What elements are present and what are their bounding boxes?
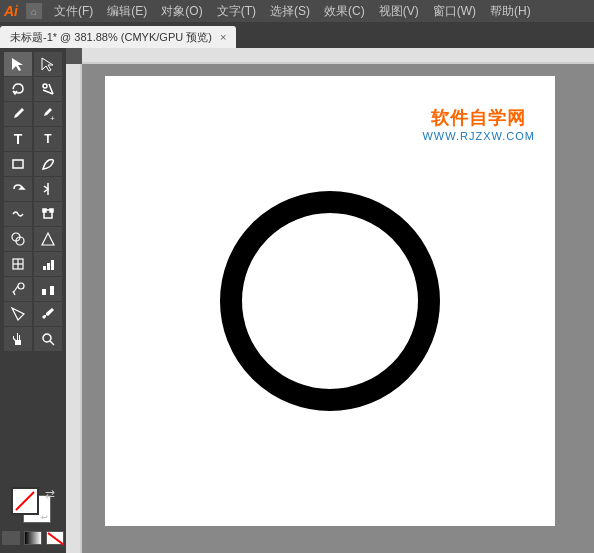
svg-line-25 bbox=[48, 533, 64, 545]
hand-tool[interactable] bbox=[4, 327, 32, 351]
menu-window[interactable]: 窗口(W) bbox=[427, 1, 482, 22]
ruler-horizontal bbox=[82, 48, 594, 64]
menu-file[interactable]: 文件(F) bbox=[48, 1, 99, 22]
color-section: ⇄ ↩ bbox=[2, 487, 64, 549]
column-graph-tool[interactable] bbox=[34, 277, 62, 301]
watermark-url: WWW.RJZXW.COM bbox=[422, 130, 535, 142]
perspective-grid-tool[interactable] bbox=[34, 227, 62, 251]
tab-label: 未标题-1* @ 381.88% (CMYK/GPU 预览) bbox=[10, 30, 212, 45]
svg-line-23 bbox=[50, 341, 54, 345]
svg-rect-8 bbox=[50, 209, 53, 212]
menu-text[interactable]: 文字(T) bbox=[211, 1, 262, 22]
pen-tool[interactable] bbox=[4, 102, 32, 126]
tab-close-button[interactable]: × bbox=[220, 31, 226, 43]
tool-row-2 bbox=[4, 77, 62, 101]
menu-view[interactable]: 视图(V) bbox=[373, 1, 425, 22]
tool-row-11 bbox=[4, 302, 62, 326]
svg-rect-21 bbox=[50, 286, 54, 295]
slice-tool[interactable] bbox=[4, 302, 32, 326]
tool-row-6 bbox=[4, 177, 62, 201]
zoom-tool[interactable] bbox=[34, 327, 62, 351]
canvas-workspace: 软件自学网 WWW.RJZXW.COM bbox=[105, 76, 555, 526]
symbol-sprayer-tool[interactable] bbox=[4, 277, 32, 301]
document-tab[interactable]: 未标题-1* @ 381.88% (CMYK/GPU 预览) × bbox=[0, 26, 236, 48]
pencil-tool[interactable] bbox=[34, 152, 62, 176]
free-transform-tool[interactable] bbox=[34, 202, 62, 226]
menu-bar: Ai ⌂ 文件(F) 编辑(E) 对象(O) 文字(T) 选择(S) 效果(C)… bbox=[0, 0, 594, 22]
tool-row-7 bbox=[4, 202, 62, 226]
svg-line-24 bbox=[16, 492, 34, 510]
menu-edit[interactable]: 编辑(E) bbox=[101, 1, 153, 22]
watermark: 软件自学网 WWW.RJZXW.COM bbox=[422, 106, 535, 142]
tool-row-4: T T bbox=[4, 127, 62, 151]
svg-rect-20 bbox=[42, 289, 46, 295]
circle-shape[interactable] bbox=[220, 191, 440, 411]
tool-row-5 bbox=[4, 152, 62, 176]
tool-row-10 bbox=[4, 277, 62, 301]
direct-selection-tool[interactable] bbox=[34, 52, 62, 76]
menu-effect[interactable]: 效果(C) bbox=[318, 1, 371, 22]
watermark-title: 软件自学网 bbox=[422, 106, 535, 130]
home-icon[interactable]: ⌂ bbox=[26, 3, 42, 19]
eyedropper-tool[interactable] bbox=[34, 302, 62, 326]
menu-help[interactable]: 帮助(H) bbox=[484, 1, 537, 22]
menu-items: 文件(F) 编辑(E) 对象(O) 文字(T) 选择(S) 效果(C) 视图(V… bbox=[48, 1, 537, 22]
menu-select[interactable]: 选择(S) bbox=[264, 1, 316, 22]
add-anchor-tool[interactable]: + bbox=[34, 102, 62, 126]
mesh-tool[interactable] bbox=[4, 252, 32, 276]
svg-point-22 bbox=[43, 334, 51, 342]
svg-text:+: + bbox=[50, 114, 55, 122]
reflect-tool[interactable] bbox=[34, 177, 62, 201]
magic-wand-tool[interactable] bbox=[34, 77, 62, 101]
main-layout: + T T bbox=[0, 48, 594, 553]
svg-point-2 bbox=[43, 84, 47, 88]
color-mode-button[interactable] bbox=[2, 531, 20, 545]
type-tool[interactable]: T bbox=[4, 127, 32, 151]
svg-rect-4 bbox=[13, 160, 23, 168]
rectangle-tool[interactable] bbox=[4, 152, 32, 176]
foreground-color-swatch[interactable] bbox=[11, 487, 39, 515]
app-logo: Ai bbox=[4, 3, 18, 19]
tool-row-8 bbox=[4, 227, 62, 251]
chart-tool[interactable] bbox=[34, 252, 62, 276]
vertical-type-tool[interactable]: T bbox=[34, 127, 62, 151]
rotate-tool[interactable] bbox=[4, 177, 32, 201]
tab-bar: 未标题-1* @ 381.88% (CMYK/GPU 预览) × bbox=[0, 22, 594, 48]
tool-row-1 bbox=[4, 52, 62, 76]
selection-tool[interactable] bbox=[4, 52, 32, 76]
svg-marker-11 bbox=[42, 233, 54, 245]
svg-rect-16 bbox=[47, 263, 50, 270]
color-mode-row bbox=[2, 531, 64, 545]
svg-point-18 bbox=[18, 283, 24, 289]
none-mode-button[interactable] bbox=[46, 531, 64, 545]
ruler-corner bbox=[66, 48, 82, 64]
shape-builder-tool[interactable] bbox=[4, 227, 32, 251]
tool-row-9 bbox=[4, 252, 62, 276]
ruler-vertical bbox=[66, 64, 82, 553]
canvas-area: 软件自学网 WWW.RJZXW.COM bbox=[66, 48, 594, 553]
svg-rect-17 bbox=[51, 260, 54, 270]
color-swatches: ⇄ ↩ bbox=[11, 487, 55, 527]
toolbar: + T T bbox=[0, 48, 66, 553]
menu-object[interactable]: 对象(O) bbox=[155, 1, 208, 22]
swap-colors-icon[interactable]: ⇄ bbox=[45, 487, 55, 501]
warp-tool[interactable] bbox=[4, 202, 32, 226]
tool-row-3: + bbox=[4, 102, 62, 126]
reset-colors-icon[interactable]: ↩ bbox=[41, 513, 55, 527]
svg-rect-15 bbox=[43, 266, 46, 270]
lasso-tool[interactable] bbox=[4, 77, 32, 101]
gradient-mode-button[interactable] bbox=[24, 531, 42, 545]
tool-row-12 bbox=[4, 327, 62, 351]
svg-rect-7 bbox=[43, 209, 46, 212]
